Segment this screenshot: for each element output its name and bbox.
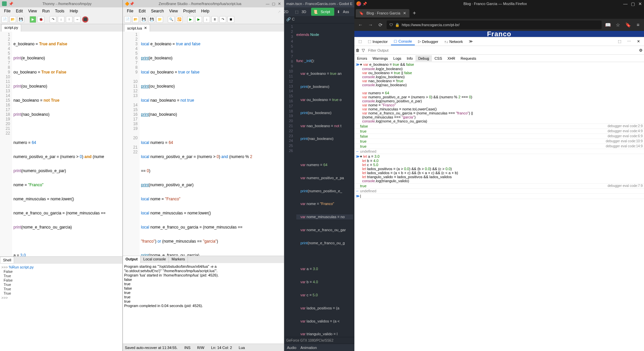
thonny-editor[interactable]: 12345678910111213141516171819202122 e_bo… [0, 32, 122, 256]
settings-icon[interactable]: ⚙ [639, 48, 643, 53]
continue-button[interactable]: ▶ [195, 16, 202, 23]
resume-button[interactable]: → [74, 16, 81, 23]
responsive-button[interactable]: ⬚ [615, 38, 624, 45]
maximize-button[interactable]: ▢ [631, 1, 635, 6]
menu-search[interactable]: Search [148, 8, 166, 14]
godot-code[interactable]: extends Node func _init(): var e_boolean… [295, 23, 354, 337]
url-bar[interactable]: 🛡 🔒 https://www.francogarcia.com/pt-br/ [387, 20, 602, 29]
tab-markers[interactable]: Markers [169, 256, 188, 263]
devtools-menu-button[interactable]: ⋯ [625, 38, 634, 45]
tab-debugger[interactable]: ▷ Debugger [415, 38, 441, 45]
debug-button[interactable]: 🐞 [38, 16, 44, 23]
tab-animation[interactable]: Animation [300, 346, 317, 350]
find-button[interactable]: 🔍 [168, 16, 175, 23]
subtab-info[interactable]: Info [404, 55, 415, 61]
menu-edit[interactable]: Edit [13, 8, 26, 14]
forward-button[interactable]: → [366, 21, 375, 29]
mode-2d[interactable]: ↗ 2D [276, 8, 292, 16]
replace-button[interactable]: 🔁 [176, 16, 183, 23]
lock-icon[interactable]: 🔒 [395, 23, 400, 27]
menu-help[interactable]: Help [67, 8, 81, 14]
stop-button[interactable]: ⬛ [82, 16, 89, 23]
mode-assetlib[interactable]: ⬇ Ass [335, 8, 353, 16]
new-file-button[interactable]: 📄 [124, 16, 131, 23]
tab-console[interactable]: ▢ Console [391, 38, 414, 45]
godot-editor[interactable]: 1234567891011121314151617181920212223242… [284, 23, 354, 337]
tab-audio[interactable]: Audio [287, 346, 296, 350]
save-button[interactable]: 💾 [17, 16, 24, 23]
mode-3d[interactable]: ⬚ 3D [293, 8, 310, 16]
tab-script-lua[interactable]: script.lua✕ [124, 24, 150, 32]
close-tab-icon[interactable]: ✕ [144, 26, 147, 30]
pin-icon[interactable]: 📌 [9, 2, 13, 6]
minimize-button[interactable]: — [623, 1, 628, 6]
filter-input[interactable] [367, 48, 637, 53]
subtab-debug[interactable]: Debug [415, 55, 432, 61]
browser-tab[interactable]: 🔖 Blog · Franco Garcia ✕ [356, 9, 409, 17]
pocket-button[interactable]: 🔖 [624, 21, 632, 29]
reader-button[interactable]: 📖 [604, 21, 612, 29]
shield-icon[interactable]: 🛡 [389, 23, 393, 27]
subtab-requests[interactable]: Requests [458, 55, 479, 61]
tab-inspector[interactable]: ⬚ Inspector [365, 38, 390, 45]
pin-icon[interactable]: 📌 [130, 2, 134, 6]
reload-button[interactable]: ⟳ [377, 21, 385, 29]
subtab-xhr[interactable]: XHR [445, 55, 458, 61]
step-button[interactable]: ↓ [203, 16, 210, 23]
stop-button[interactable]: ⏹ [228, 16, 234, 23]
run-button[interactable]: ▶ [187, 16, 194, 23]
zb-code[interactable]: local e_booleano = true and false print(… [140, 32, 284, 256]
menu-button[interactable]: ≡ [634, 21, 642, 29]
menu-view[interactable]: View [26, 8, 40, 14]
subtab-css[interactable]: CSS [432, 55, 445, 61]
console-body[interactable]: ≫ ▾ var e_booleano = true && false conso… [354, 62, 644, 351]
save-all-button[interactable]: 💾 [148, 16, 155, 23]
tab-local-console[interactable]: Local console [141, 256, 169, 263]
bookmark-button[interactable]: ☆ [614, 21, 622, 29]
step-over-button[interactable]: ↷ [219, 16, 226, 23]
project-button[interactable]: 📁 [156, 16, 163, 23]
element-picker-button[interactable]: ⬚ [356, 38, 364, 45]
mode-script[interactable]: 📜 Script [311, 8, 334, 16]
clear-console-button[interactable]: 🗑 [356, 48, 360, 53]
menu-help[interactable]: Help [198, 8, 212, 14]
step-over-button[interactable]: ↷ [50, 16, 56, 23]
run-button[interactable]: ▶ [30, 16, 36, 23]
menu-file[interactable]: File [124, 8, 136, 14]
tab-network[interactable]: ↑↓ Network [442, 38, 465, 45]
subtab-logs[interactable]: Logs [391, 55, 404, 61]
tab-shell[interactable]: Shell [0, 257, 14, 263]
more-tabs-button[interactable]: ≫ [466, 38, 476, 45]
menu-file[interactable]: File [1, 8, 13, 14]
thonny-shell[interactable]: >>> %Run script.py False True False True… [0, 264, 122, 351]
menu-edit[interactable]: Edit [136, 8, 148, 14]
close-button[interactable]: ✕ [278, 2, 282, 6]
menu-project[interactable]: Project [181, 8, 198, 14]
pin-icon[interactable]: 📌 [362, 2, 367, 6]
menu-run[interactable]: Run [40, 8, 52, 14]
tab-script-py[interactable]: script.py [1, 24, 21, 32]
pause-button[interactable]: ⏸ [211, 16, 218, 23]
back-button[interactable]: ← [356, 21, 364, 29]
step-out-button[interactable]: ↑ [66, 16, 72, 23]
menu-view[interactable]: View [166, 8, 181, 14]
subtab-errors[interactable]: Errors [354, 55, 370, 61]
open-file-button[interactable]: 📂 [132, 16, 139, 23]
maximize-button[interactable]: ▢ [272, 2, 276, 6]
new-file-button[interactable]: 📄 [1, 16, 8, 23]
menu-tools[interactable]: Tools [52, 8, 67, 14]
zb-output[interactable]: Program starting as '"/opt/zbstudio/bin/… [123, 263, 284, 344]
minimize-button[interactable]: — [266, 2, 270, 6]
zb-output-tabstrip: Output Local console Markers [123, 256, 284, 263]
new-tab-button[interactable]: + [409, 10, 419, 16]
subtab-warnings[interactable]: Warnings [370, 55, 391, 61]
open-file-button[interactable]: 📂 [9, 16, 16, 23]
tab-output[interactable]: Output [123, 256, 141, 263]
zb-editor[interactable]: 12345678910111213141516171819202122 loca… [123, 32, 284, 256]
close-tab-icon[interactable]: ✕ [403, 11, 406, 15]
close-devtools-button[interactable]: ✕ [634, 38, 643, 45]
thonny-code[interactable]: e_booleano = True and False print(e_bool… [12, 32, 122, 256]
step-into-button[interactable]: ↓ [58, 16, 64, 23]
save-button[interactable]: 💾 [140, 16, 147, 23]
close-button[interactable]: ✕ [638, 1, 642, 6]
